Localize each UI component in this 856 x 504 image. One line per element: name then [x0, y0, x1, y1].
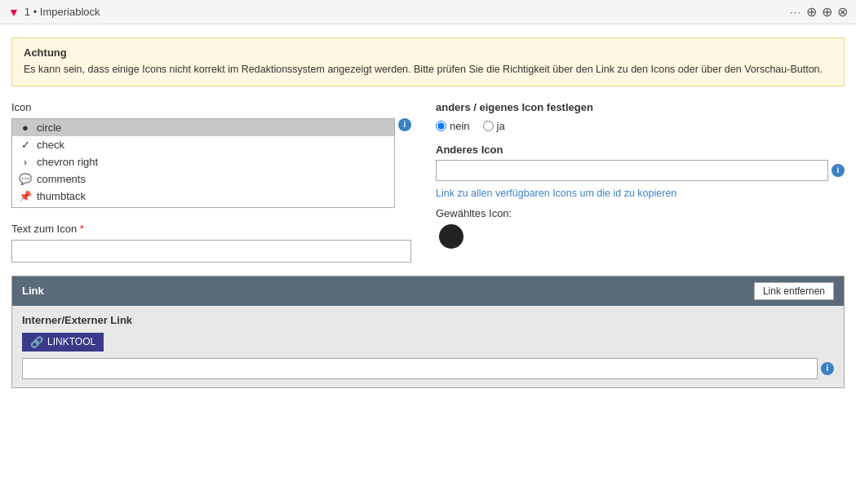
- anderes-icon-input[interactable]: [436, 160, 828, 181]
- linktool-label: LINKTOOL: [47, 336, 95, 347]
- selected-icon-display: [436, 224, 845, 249]
- selected-circle-icon: [439, 224, 463, 249]
- circle-icon: ●: [19, 122, 32, 134]
- url-info-icon[interactable]: i: [821, 362, 834, 375]
- icon-list[interactable]: ● circle ✓ check › chevron right 💬 comme…: [11, 118, 395, 208]
- radio-ja[interactable]: ja: [483, 120, 505, 132]
- form-layout: Icon ● circle ✓ check › chevron right: [11, 101, 845, 263]
- thumbtack-icon: 📌: [19, 190, 32, 202]
- col-right: anders / eigenes Icon festlegen nein ja …: [436, 101, 845, 249]
- icon-section-label: Icon: [11, 101, 411, 113]
- text-icon-input[interactable]: [11, 240, 411, 263]
- titlebar-actions: ··· ⊕ ⊕ ⊗: [790, 4, 848, 20]
- add2-icon[interactable]: ⊕: [822, 4, 832, 20]
- text-icon-section: Text zum Icon *: [11, 223, 411, 263]
- url-input[interactable]: [22, 358, 818, 379]
- anderes-icon-info-icon[interactable]: i: [832, 164, 845, 177]
- list-item-label: circle: [37, 122, 61, 134]
- list-item-label: comments: [37, 173, 86, 185]
- comments-icon: 💬: [19, 173, 32, 185]
- list-item-label: chevron right: [37, 156, 98, 168]
- titlebar-logo: ▼: [8, 6, 20, 19]
- icon-list-info-icon[interactable]: i: [398, 118, 411, 131]
- close-icon[interactable]: ⊗: [837, 4, 848, 20]
- anderes-icon-input-wrapper: i: [436, 160, 845, 181]
- check-icon: ✓: [19, 139, 32, 151]
- list-item[interactable]: 💬 comments: [12, 170, 394, 188]
- radio-ja-input[interactable]: [483, 121, 494, 131]
- warning-title: Achtung: [24, 46, 832, 59]
- link-section-body: Interner/Externer Link 🔗 LINKTOOL i: [12, 306, 844, 387]
- more-icon[interactable]: ···: [790, 6, 801, 18]
- icon-list-wrapper: ● circle ✓ check › chevron right 💬 comme…: [11, 118, 411, 208]
- titlebar: ▼ 1 • Imperiablock ··· ⊕ ⊕ ⊗: [0, 0, 856, 24]
- link-remove-button[interactable]: Link entfernen: [754, 282, 834, 300]
- gewaehltes-icon-label: Gewähltes Icon:: [436, 207, 845, 219]
- list-item[interactable]: 📌 thumbtack: [12, 188, 394, 205]
- list-item[interactable]: ● circle: [12, 119, 394, 136]
- col-left: Icon ● circle ✓ check › chevron right: [11, 101, 411, 263]
- required-star: *: [80, 223, 84, 235]
- anderes-icon-label: Anderes Icon: [436, 144, 845, 156]
- main-content: Achtung Es kann sein, dass einige Icons …: [0, 24, 856, 504]
- interner-externer-label: Interner/Externer Link: [22, 314, 834, 326]
- text-icon-label: Text zum Icon *: [11, 223, 411, 235]
- link-section: Link Link entfernen Interner/Externer Li…: [11, 276, 845, 388]
- add1-icon[interactable]: ⊕: [806, 4, 817, 20]
- radio-nein[interactable]: nein: [436, 120, 470, 132]
- chevron-right-icon: ›: [19, 156, 32, 168]
- link-section-title: Link: [22, 285, 44, 297]
- link-section-header: Link Link entfernen: [12, 276, 844, 306]
- list-item[interactable]: ✓ check: [12, 136, 394, 153]
- anders-icon-title: anders / eigenes Icon festlegen: [436, 101, 845, 113]
- titlebar-title: 1 • Imperiablock: [24, 6, 100, 18]
- radio-group: nein ja: [436, 120, 845, 132]
- url-input-wrapper: i: [22, 358, 834, 379]
- radio-nein-label: nein: [450, 120, 470, 132]
- linktool-button[interactable]: 🔗 LINKTOOL: [22, 333, 104, 351]
- radio-ja-label: ja: [497, 120, 505, 132]
- radio-nein-input[interactable]: [436, 121, 446, 131]
- link-icon: 🔗: [30, 336, 43, 348]
- list-item-label: check: [37, 139, 64, 151]
- warning-box: Achtung Es kann sein, dass einige Icons …: [11, 38, 845, 86]
- titlebar-left: ▼ 1 • Imperiablock: [8, 6, 100, 19]
- list-item[interactable]: › chevron right: [12, 153, 394, 170]
- link-to-icons[interactable]: Link zu allen verfügbaren Icons um die i…: [436, 188, 845, 199]
- warning-text: Es kann sein, dass einige Icons nicht ko…: [24, 62, 832, 77]
- list-item-label: thumbtack: [37, 190, 86, 202]
